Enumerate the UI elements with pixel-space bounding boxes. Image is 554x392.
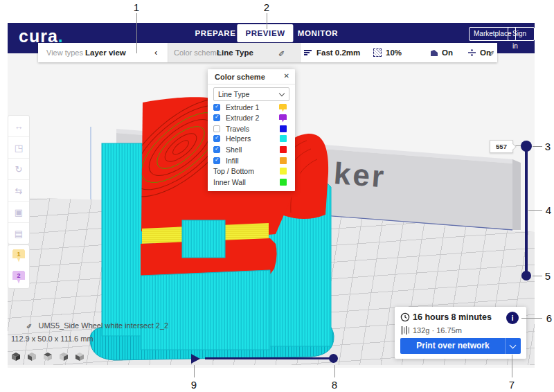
- per-model-settings-icon[interactable]: ▣: [8, 202, 29, 223]
- mirror-tool-icon[interactable]: ⇆: [8, 180, 29, 202]
- chevron-down-icon: [279, 91, 285, 96]
- view-top-icon[interactable]: [43, 352, 53, 362]
- callout-7: 7: [509, 379, 515, 391]
- extruder-1-checkbox[interactable]: [213, 104, 220, 111]
- model-dimensions: 112.9 x 50.0 x 111.6 mm: [11, 335, 93, 343]
- page: { "callouts": ["1","2","3","4","5","6","…: [0, 0, 554, 392]
- print-profile-value[interactable]: Fast 0.2mm: [316, 43, 360, 62]
- callout-8: 8: [332, 379, 337, 391]
- callout-line-7: [512, 355, 512, 377]
- collapse-chevron-icon[interactable]: ‹: [154, 43, 157, 62]
- rename-model-icon[interactable]: ✎: [26, 322, 32, 330]
- row-shell: Shell: [208, 145, 295, 155]
- move-tool-icon[interactable]: ↔: [8, 116, 29, 137]
- callout-line-1: [136, 13, 137, 53]
- color-scheme-label: Color scheme: [174, 43, 221, 62]
- playback-slider-handle[interactable]: [329, 354, 338, 363]
- extruder-1-badge[interactable]: 1: [8, 245, 29, 267]
- callout-line-2: [267, 13, 267, 29]
- view-types-value[interactable]: Layer view: [85, 43, 126, 62]
- layer-number-flag: 557: [490, 140, 513, 153]
- tab-monitor[interactable]: MONITOR: [298, 23, 338, 44]
- infill-value[interactable]: 10%: [386, 43, 402, 62]
- button-divider: [505, 338, 506, 354]
- layer-slider-bottom-handle[interactable]: [521, 271, 531, 280]
- view-3d-icon[interactable]: [11, 352, 21, 362]
- material-spool-icon: [401, 326, 410, 335]
- stage-toolbar: View types Layer view ‹ Color scheme Lin…: [38, 43, 497, 62]
- callout-9: 9: [191, 379, 197, 391]
- shell-checkbox[interactable]: [213, 146, 220, 153]
- travels-swatch: [280, 125, 287, 132]
- model-name: UMS5_Side Wheel white intersect 2_2: [38, 321, 168, 330]
- travels-checkbox[interactable]: [213, 125, 220, 132]
- view-right-icon[interactable]: [75, 352, 84, 362]
- edit-print-settings-icon[interactable]: ✎: [488, 48, 494, 57]
- inner-wall-swatch: [280, 179, 287, 186]
- play-button[interactable]: [191, 354, 200, 364]
- row-top-bottom: Top / Bottom: [208, 166, 295, 177]
- chevron-down-icon[interactable]: [510, 342, 517, 349]
- layer-height-icon: [304, 50, 312, 56]
- callout-6: 6: [546, 312, 552, 324]
- rotate-tool-icon[interactable]: ↻: [8, 159, 29, 180]
- material-usage: 132g · 16.75m: [413, 326, 462, 335]
- tab-preview[interactable]: PREVIEW: [237, 24, 293, 42]
- callout-line-6: [521, 318, 542, 319]
- color-scheme-value[interactable]: Line Type: [217, 43, 253, 62]
- print-job-panel: 16 hours 8 minutes 132g · 16.75m i Print…: [395, 307, 526, 359]
- helpers-swatch: [280, 135, 287, 142]
- callout-1: 1: [134, 1, 139, 13]
- print-time: 16 hours 8 minutes: [413, 312, 492, 322]
- top-bottom-swatch: [280, 168, 287, 175]
- cura-window: ker: [8, 23, 535, 368]
- model-name-row: ✎ UMS5_Side Wheel white intersect 2_2: [26, 321, 168, 330]
- view-types-label: View types: [46, 43, 83, 62]
- view-front-icon[interactable]: [27, 352, 37, 362]
- infill-checkbox[interactable]: [213, 157, 220, 164]
- color-scheme-dropdown[interactable]: Line Type: [213, 87, 289, 101]
- infill-swatch: [280, 157, 287, 164]
- callout-line-5: [533, 276, 542, 276]
- callout-line-3: [533, 146, 542, 147]
- backplate-brand-text: ker: [332, 156, 387, 193]
- layer-slider-top-handle[interactable]: [521, 141, 532, 152]
- callout-line-8: [334, 365, 335, 377]
- support-value[interactable]: On: [442, 43, 453, 62]
- color-scheme-panel: Color scheme ✕ Line Type Extruder 1 Extr…: [208, 69, 295, 191]
- row-extruder-2: Extruder 2: [208, 113, 295, 123]
- support-icon: [430, 48, 438, 57]
- layer-slider-track[interactable]: [525, 146, 528, 276]
- row-inner-wall: Inner Wall: [208, 177, 295, 188]
- sign-in-button[interactable]: Sign in: [508, 27, 535, 41]
- extruder-2-badge[interactable]: 2: [8, 267, 29, 288]
- panel-title: Color scheme: [215, 73, 265, 81]
- edit-color-scheme-icon[interactable]: ✎: [278, 48, 285, 57]
- callout-line-9: [194, 365, 195, 377]
- helpers-checkbox[interactable]: [213, 135, 220, 142]
- close-icon[interactable]: ✕: [284, 72, 289, 80]
- tab-prepare[interactable]: PREPARE: [195, 23, 236, 44]
- callout-2: 2: [264, 1, 269, 13]
- info-icon[interactable]: i: [506, 312, 519, 324]
- extruder-badges: 1 2: [8, 244, 30, 289]
- support-blocker-icon[interactable]: ▤: [8, 223, 29, 244]
- print-over-network-button[interactable]: Print over network: [400, 338, 521, 354]
- view-left-icon[interactable]: [59, 352, 69, 362]
- extruder-1-swatch: [279, 104, 287, 113]
- row-travels: Travels: [208, 124, 295, 134]
- view-orientation-buttons: [11, 352, 84, 362]
- callout-5: 5: [545, 270, 551, 282]
- adhesion-icon: [467, 49, 476, 56]
- panel-divider: [208, 84, 295, 84]
- row-helpers: Helpers: [208, 134, 295, 144]
- clock-icon: [400, 312, 410, 322]
- row-extruder-1: Extruder 1: [208, 103, 295, 113]
- extruder-2-checkbox[interactable]: [213, 114, 220, 121]
- callout-line-4: [528, 210, 542, 211]
- scale-tool-icon[interactable]: ◳: [8, 137, 29, 159]
- row-infill: Infill: [208, 156, 295, 166]
- tool-sidebar: ↔ ◳ ↻ ⇆ ▣ ▤: [8, 115, 30, 244]
- playback-slider-track[interactable]: [205, 357, 334, 359]
- infill-icon: [373, 48, 382, 57]
